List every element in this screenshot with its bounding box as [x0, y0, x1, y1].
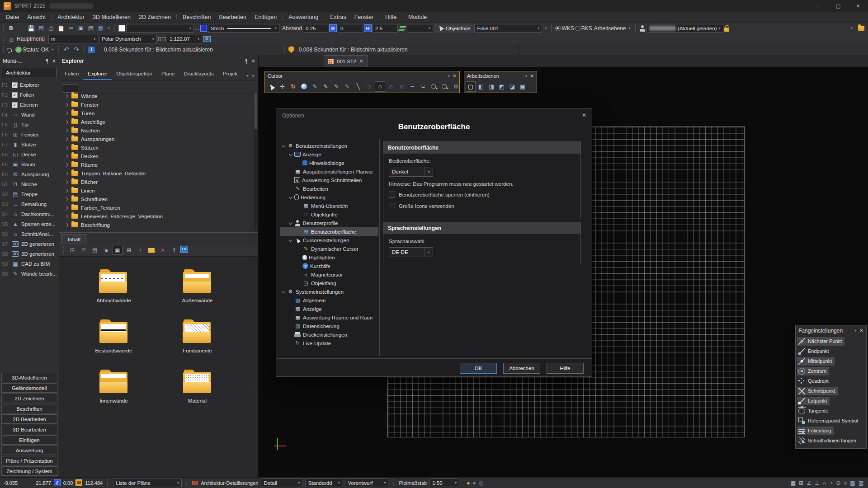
menu-function-item[interactable]: F0 ⊠ Aussparung [0, 169, 59, 179]
height-badge[interactable]: H [364, 24, 372, 32]
ok-button[interactable]: OK [460, 363, 497, 374]
toolbar-grip[interactable] [3, 25, 4, 32]
chevron-icon[interactable] [297, 230, 301, 234]
tab-scroll-left-icon[interactable]: ◂ [246, 73, 248, 78]
menu-item[interactable]: Auswertung [284, 12, 322, 23]
cursor-tool-icon[interactable]: ┄ [407, 81, 418, 92]
menu-item[interactable]: Fenster [350, 12, 377, 23]
menu-item[interactable]: Ansicht [23, 12, 50, 23]
notifications-bell-icon[interactable] [7, 48, 12, 52]
mode-indicator-icon[interactable]: ● [467, 480, 470, 486]
workspace-button[interactable]: Auswertung [1, 446, 57, 455]
options-tree-item[interactable]: € Auswertung Schnittstellen [280, 176, 378, 184]
chevron-icon[interactable] [297, 282, 301, 285]
statusbar-tool-icon[interactable]: ◔ [830, 480, 833, 486]
chevron-right-icon[interactable] [65, 189, 68, 192]
more-button[interactable]: … [195, 26, 199, 31]
tree-folder-row[interactable]: Räume [59, 160, 258, 169]
content-tool-icon[interactable] [146, 246, 156, 255]
toolbar-icon[interactable]: ⎙ [47, 24, 56, 33]
options-tree-item[interactable]: Cursoreinstellungen [280, 236, 378, 244]
menu-function-item[interactable]: S6 ⌂ Schnitt/Ansi... [0, 229, 59, 239]
snap-item[interactable]: Referenzpunkt Symbol [796, 416, 866, 426]
toolbar-icon[interactable]: ▦ [96, 24, 105, 33]
toolbar-grip[interactable] [284, 46, 286, 53]
plot-scale-select[interactable]: 1:50▾ [429, 479, 459, 487]
chevron-icon[interactable] [289, 239, 292, 242]
chevron-right-icon[interactable] [65, 206, 68, 210]
menu-function-item[interactable]: S9 ▦ CAD zu BIM [0, 259, 59, 269]
large-icons-checkbox[interactable] [389, 203, 395, 209]
workplane-icon[interactable]: ▣ [518, 81, 528, 92]
tracking-select[interactable]: Polar Dynamisch▾ [99, 35, 157, 43]
menu-item[interactable]: 2D Zeichnen [135, 12, 175, 23]
chevron-icon[interactable] [297, 273, 301, 277]
chevron-right-icon[interactable] [65, 112, 68, 115]
snap-item[interactable]: Zentrum [796, 366, 866, 376]
chevron-icon[interactable] [297, 161, 301, 165]
options-tree-item[interactable]: ▦ Anzeige [280, 305, 378, 313]
lock-ui-row[interactable]: Benutzeroberfläche sperren (einfrieren) [389, 192, 575, 198]
minimize-button[interactable]: ─ [808, 0, 828, 12]
close-icon[interactable]: ✕ [251, 58, 255, 64]
options-tree-item[interactable]: ▦ Menü-Übersicht [280, 202, 378, 210]
menu-item[interactable]: Bearbeiten [215, 12, 250, 23]
folie-select[interactable]: Folie 001▾ [474, 24, 542, 33]
bks-radio[interactable] [575, 26, 580, 31]
mode-indicator-icon[interactable]: ◎ [479, 480, 483, 486]
explorer-tab[interactable]: Projek [218, 68, 242, 80]
toolbar-icon[interactable] [17, 24, 26, 33]
toolbar-grip[interactable] [63, 247, 64, 254]
chevron-down-icon[interactable]: ▾ [855, 328, 857, 333]
chevron-icon[interactable] [289, 316, 292, 319]
arbeitsebenen-header[interactable]: Arbeitsebenen ▾ ✕ [464, 71, 537, 80]
snap-item[interactable]: Nächster Punkt [796, 336, 866, 346]
chevron-icon[interactable] [289, 196, 292, 199]
user-profile-icon[interactable] [639, 25, 646, 32]
chevron-icon[interactable] [289, 299, 292, 302]
filter-cell[interactable] [62, 84, 78, 93]
cursor-tool-icon[interactable]: ✎ [321, 81, 331, 92]
chevron-right-icon[interactable] [65, 223, 68, 227]
toolbar-grip[interactable] [551, 25, 552, 32]
menu-function-item[interactable]: F5 ▯ Tür [0, 120, 59, 130]
explorer-tab[interactable]: Explorer [83, 68, 112, 80]
options-tree-item[interactable]: ⚙ Benutzereinstellungen [280, 141, 378, 150]
cursor-tool-icon[interactable]: ≍ [418, 81, 429, 92]
chevron-down-icon[interactable]: ▾ [425, 167, 433, 176]
cursor-tool-icon[interactable]: ∩ [386, 81, 396, 92]
options-tree-item[interactable]: ⚙ Systemeinstellungen [280, 287, 378, 296]
workspace-button[interactable]: 2D Zeichnen [1, 394, 57, 403]
workspace-button[interactable]: 2D Bearbeiten [1, 414, 57, 424]
close-icon[interactable]: ✕ [530, 73, 534, 79]
help-button[interactable]: Hilfe [547, 363, 584, 374]
unit-select[interactable]: m▾ [48, 35, 98, 43]
workspace-button[interactable]: Beschriften [1, 404, 57, 413]
content-tool-icon[interactable]: ↥ [169, 246, 179, 255]
options-tree-item[interactable]: ✎ Bearbeiten [280, 184, 378, 193]
toolbar-icon[interactable]: ✂ [66, 24, 75, 33]
options-tree-item[interactable]: Bedienung [280, 193, 378, 202]
chevron-down-icon[interactable]: ▾ [106, 26, 112, 30]
menu-function-item[interactable]: S0 ✎ Wände bearb... [0, 269, 59, 279]
content-folder-item[interactable]: Außenwände [182, 269, 213, 303]
menu-function-item[interactable]: F1 ✓ Explorer [0, 80, 59, 90]
options-tree-item[interactable]: ▤ Allgemein [280, 296, 378, 305]
pen-style-select[interactable]: ▾ [126, 24, 194, 33]
content-folder-item[interactable]: Bestandswände [95, 319, 132, 353]
menu-item[interactable]: Beschriften [179, 12, 215, 23]
workspace-button[interactable]: Geländemodell [1, 383, 57, 393]
chevron-icon[interactable] [289, 178, 292, 182]
chevron-right-icon[interactable] [65, 146, 68, 150]
cursor-tool-icon[interactable]: ∩ [396, 81, 407, 92]
workplane-icon[interactable]: ◧ [476, 81, 486, 92]
chevron-right-icon[interactable] [65, 215, 68, 218]
explorer-tab[interactable]: Folien [60, 68, 83, 80]
large-icons-row[interactable]: Große Icons verwenden [389, 203, 575, 209]
workspace-button[interactable]: 3D Bearbeiten [1, 425, 57, 434]
standard-select[interactable]: Standardd▾ [305, 479, 342, 487]
menu-function-item[interactable]: F6 ⊞ Fenster [0, 130, 59, 140]
undo-button[interactable]: ↶ [62, 45, 71, 54]
cursor-tool-icon[interactable]: ◌ [364, 81, 374, 92]
content-folder-item[interactable]: Abbruchwände [96, 269, 131, 303]
